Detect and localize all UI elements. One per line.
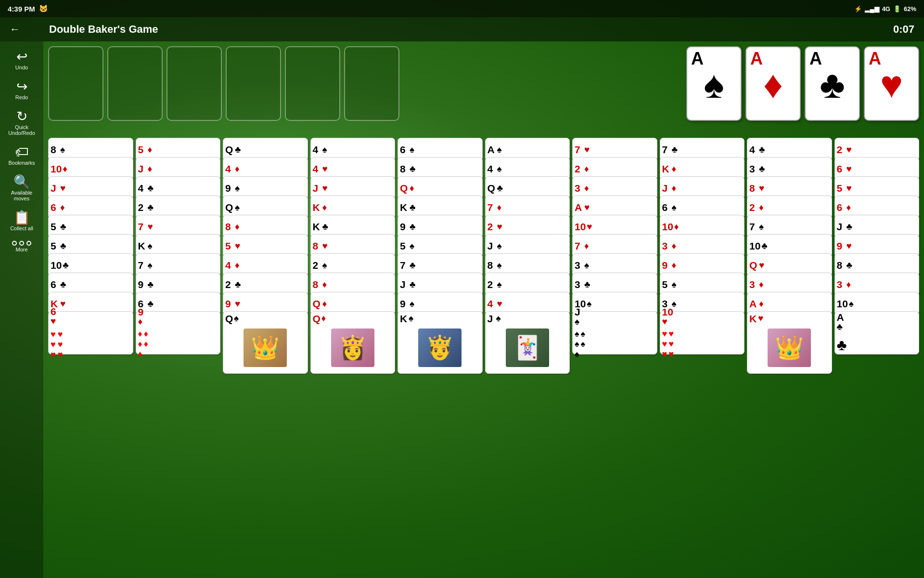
foundation-row: A ♠ A ♦ A ♣ A ♥ xyxy=(686,46,919,121)
card-c10-10[interactable]: A♣ ♣ xyxy=(834,311,920,355)
columns-section: 8♠ 10♦ J♥ 6♦ 5♣ 5♣ 10♣ 6♣ K♥ 6♥ ♥♥ ♥♥ ♥♥… xyxy=(48,138,919,576)
foundation-hearts-suit: ♥ xyxy=(869,63,914,107)
bluetooth-icon: ⚡ xyxy=(854,5,862,13)
sidebar-item-available-moves[interactable]: 🔍 Available moves xyxy=(2,171,41,205)
available-moves-label: Available moves xyxy=(5,190,38,201)
redo-icon: ↪ xyxy=(16,80,27,93)
sidebar-item-bookmarks[interactable]: 🏷 Bookmarks xyxy=(2,142,41,170)
foundation-clubs[interactable]: A ♣ xyxy=(805,46,860,121)
undo-label: Undo xyxy=(15,65,28,70)
column-1: 8♠ 10♦ J♥ 6♦ 5♣ 5♣ 10♣ 6♣ K♥ 6♥ ♥♥ ♥♥ ♥♥ xyxy=(48,138,133,576)
more-dots-icon xyxy=(12,241,31,246)
game-area: A ♠ A ♦ A ♣ A ♥ 8♠ 10♦ J♥ 6♦ 5♣ 5 xyxy=(43,41,924,578)
battery-icon: 🔋 xyxy=(893,5,901,13)
foundation-spades-suit: ♠ xyxy=(691,63,737,107)
card-c6-10[interactable]: J♠ 🃏 xyxy=(485,311,570,374)
card-c5-10[interactable]: K♠ 🤴 xyxy=(398,311,483,374)
card-c8-10[interactable]: 10♥ ♥♥ ♥♥ ♥♥ xyxy=(660,311,745,355)
column-6: A♠ 4♠ Q♣ 7♦ 2♥ J♠ 8♠ 2♠ 4♥ J♠ 🃏 xyxy=(485,138,570,576)
empty-slot-5[interactable] xyxy=(285,46,340,121)
bookmark-icon: 🏷 xyxy=(15,145,28,159)
column-10: 2♥ 6♥ 5♥ 6♦ J♣ 9♥ 8♣ 3♦ 10♠ A♣ ♣ xyxy=(834,138,920,576)
undo-icon: ↩ xyxy=(16,50,27,64)
column-8: 7♣ K♦ J♦ 6♠ 10♦ 3♦ 9♦ 5♠ 3♠ 10♥ ♥♥ ♥♥ ♥♥ xyxy=(660,138,745,576)
empty-slot-4[interactable] xyxy=(226,46,281,121)
column-2: 5♦ J♦ 4♣ 2♣ 7♥ K♠ 7♠ 9♣ 6♣ 9♦ ♦♦ ♦♦ ♦ xyxy=(136,138,221,576)
empty-slot-2[interactable] xyxy=(107,46,163,121)
search-icon: 🔍 xyxy=(13,175,30,189)
collect-all-label: Collect all xyxy=(10,225,33,231)
column-5: 6♠ 8♣ Q♦ K♣ 9♣ 5♠ 7♣ J♣ 9♠ K♠ 🤴 xyxy=(398,138,483,576)
battery-percent: 62% xyxy=(904,5,916,13)
sidebar-item-redo[interactable]: ↪ Redo xyxy=(2,76,41,104)
column-7: 7♥ 2♦ 3♦ A♥ 10♥ 7♦ 3♠ 3♣ 10♠ J♠ ♠♠ ♠♠ ♠ xyxy=(572,138,657,576)
card-c2-10[interactable]: 9♦ ♦♦ ♦♦ ♦ xyxy=(136,311,221,355)
status-icon: 🐱 xyxy=(39,4,48,13)
card-c4-10[interactable]: Q♦ 👸 xyxy=(310,311,396,374)
quick-undo-label: QuickUndo/Redo xyxy=(8,124,35,136)
header-bar: ← Double Baker's Game 0:07 xyxy=(0,17,924,41)
foundation-diamonds-suit: ♦ xyxy=(750,63,796,107)
collect-icon: 📋 xyxy=(13,211,30,224)
sidebar-item-undo[interactable]: ↩ Undo xyxy=(2,46,41,74)
card-c3-10[interactable]: Q♠ 👑 xyxy=(223,311,308,374)
sidebar: ↩ Undo ↪ Redo ↻ QuickUndo/Redo 🏷 Bookmar… xyxy=(0,41,43,578)
empty-slots-row xyxy=(48,46,682,121)
empty-slot-3[interactable] xyxy=(167,46,222,121)
time-display: 4:39 PM xyxy=(8,5,35,13)
game-title: Double Baker's Game xyxy=(49,23,893,36)
sidebar-item-more[interactable]: More xyxy=(2,237,41,256)
bookmarks-label: Bookmarks xyxy=(8,160,35,166)
column-4: 4♠ 4♥ J♥ K♦ K♣ 8♥ 2♠ 8♦ Q♦ Q♦ 👸 xyxy=(310,138,396,576)
foundation-hearts[interactable]: A ♥ xyxy=(864,46,919,121)
empty-slot-6[interactable] xyxy=(344,46,399,121)
empty-slot-1[interactable] xyxy=(48,46,103,121)
sidebar-item-collect-all[interactable]: 📋 Collect all xyxy=(2,207,41,235)
back-button[interactable]: ← xyxy=(10,23,20,36)
card-c7-10[interactable]: J♠ ♠♠ ♠♠ ♠ xyxy=(572,311,657,355)
foundation-spades[interactable]: A ♠ xyxy=(686,46,742,121)
quick-undo-icon: ↻ xyxy=(16,110,27,123)
card-c9-10[interactable]: K♥ 👑 xyxy=(747,311,832,374)
card-c1-10[interactable]: 6♥ ♥♥ ♥♥ ♥♥ xyxy=(48,311,133,355)
foundation-clubs-suit: ♣ xyxy=(809,63,855,107)
network-type: 4G xyxy=(882,5,890,13)
sidebar-item-quick-undo[interactable]: ↻ QuickUndo/Redo xyxy=(2,106,41,140)
redo-label: Redo xyxy=(15,94,28,100)
foundation-diamonds[interactable]: A ♦ xyxy=(745,46,801,121)
status-bar: 4:39 PM 🐱 ⚡ ▂▄▆ 4G 🔋 62% xyxy=(0,0,924,17)
column-3: Q♣ 4♦ 9♠ Q♠ 8♦ 5♥ 4♦ 2♣ 9♥ Q♠ 👑 xyxy=(223,138,308,576)
more-label: More xyxy=(15,247,27,252)
game-timer: 0:07 xyxy=(893,23,914,36)
signal-bars: ▂▄▆ xyxy=(865,5,879,13)
top-section: A ♠ A ♦ A ♣ A ♥ xyxy=(48,46,919,133)
column-9: 4♣ 3♣ 8♥ 2♦ 7♠ 10♣ Q♥ 3♦ A♦ K♥ 👑 xyxy=(747,138,832,576)
